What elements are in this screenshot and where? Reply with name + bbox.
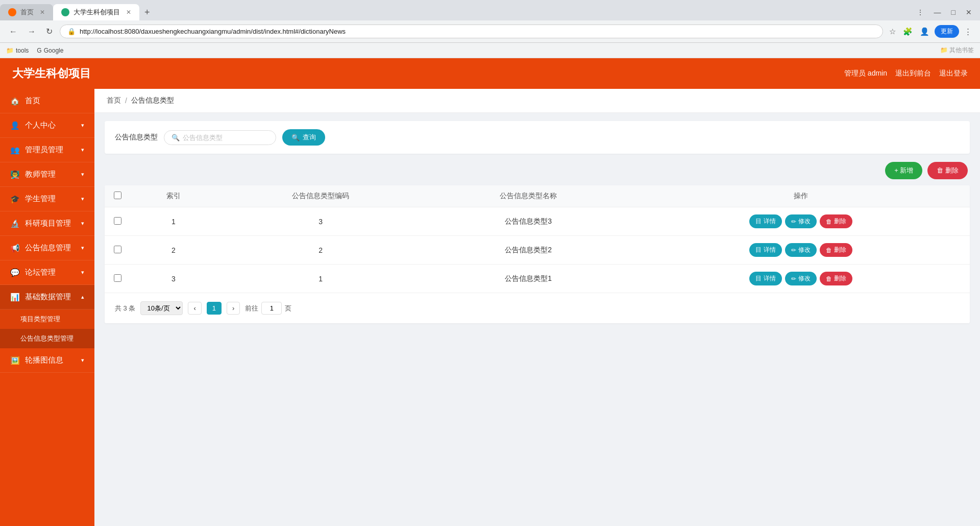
breadcrumb-home[interactable]: 首页 <box>107 96 121 105</box>
row-actions-cell: 目 详情 ✏ 修改 🗑 删除 <box>632 265 970 293</box>
sidebar-item-admin-manage[interactable]: 👥 管理员管理 ▾ <box>0 138 94 162</box>
prev-page-button[interactable]: ‹ <box>188 302 201 315</box>
admin-label: 管理员 admin <box>844 69 887 78</box>
edit-button[interactable]: ✏ 修改 <box>785 214 817 228</box>
sidebar-item-forum[interactable]: 💬 论坛管理 ▾ <box>0 260 94 285</box>
row-delete-button[interactable]: 🗑 删除 <box>820 214 852 228</box>
goto-page-input[interactable] <box>261 302 282 315</box>
tab-label-2: 大学生科创项目 <box>74 8 120 17</box>
th-checkbox <box>105 185 130 207</box>
search-btn-icon: 🔍 <box>291 134 300 141</box>
sidebar-item-personal[interactable]: 👤 个人中心 ▾ <box>0 113 94 138</box>
select-all-checkbox[interactable] <box>114 192 121 199</box>
tab-label-1: 首页 <box>20 8 34 17</box>
row-checkbox-cell <box>105 265 130 293</box>
row-actions-cell: 目 详情 ✏ 修改 🗑 删除 <box>632 236 970 265</box>
tab-menu-button[interactable]: ⋮ <box>913 6 928 18</box>
tab-close-1[interactable]: ✕ <box>40 9 45 16</box>
edit-icon: ✏ <box>791 247 796 254</box>
tab-close-2[interactable]: ✕ <box>126 9 131 16</box>
browser-tab-2[interactable]: 大学生科创项目 ✕ <box>53 4 139 20</box>
row-checkbox[interactable] <box>114 217 121 225</box>
row-code: 2 <box>217 236 425 265</box>
app-header: 大学生科创项目 管理员 admin 退出到前台 退出登录 <box>0 58 980 89</box>
th-name: 公告信息类型名称 <box>425 185 632 207</box>
student-icon: 🎓 <box>10 195 20 204</box>
row-code: 1 <box>217 265 425 293</box>
browser-tab-1[interactable]: 首页 ✕ <box>0 4 53 20</box>
add-button[interactable]: + 新增 <box>885 162 922 179</box>
delete-icon: 🗑 <box>826 218 832 225</box>
goto-label: 前往 <box>245 304 258 313</box>
bookmark-star-icon[interactable]: ☆ <box>887 25 898 38</box>
minimize-button[interactable]: — <box>930 6 945 18</box>
sidebar-item-student[interactable]: 🎓 学生管理 ▾ <box>0 187 94 211</box>
edit-icon: ✏ <box>791 218 796 225</box>
row-delete-button[interactable]: 🗑 删除 <box>820 272 852 285</box>
next-page-button[interactable]: › <box>227 302 240 315</box>
maximize-button[interactable]: □ <box>947 6 960 18</box>
row-delete-button[interactable]: 🗑 删除 <box>820 243 852 257</box>
row-index: 3 <box>130 265 217 293</box>
address-bar[interactable]: 🔒 http://localhost:8080/daxueshengkechua… <box>60 25 883 38</box>
sidebar-sub-item-project-type[interactable]: 项目类型管理 <box>0 309 94 329</box>
update-button[interactable]: 更新 <box>935 25 959 38</box>
logout-link[interactable]: 退出登录 <box>939 69 968 78</box>
search-button[interactable]: 🔍 查询 <box>282 129 325 146</box>
row-checkbox[interactable] <box>114 246 121 253</box>
table-row: 2 2 公告信息类型2 目 详情 ✏ 修改 🗑 删除 <box>105 236 970 265</box>
row-checkbox[interactable] <box>114 274 121 282</box>
detail-button[interactable]: 目 详情 <box>749 243 782 257</box>
chevron-up-icon: ▴ <box>81 294 84 300</box>
sidebar-item-announcement[interactable]: 📢 公告信息管理 ▾ <box>0 236 94 260</box>
bookmarks-right: 📁 其他书签 <box>940 46 974 55</box>
menu-icon[interactable]: ⋮ <box>962 25 974 38</box>
edit-button[interactable]: ✏ 修改 <box>785 272 817 285</box>
sidebar-item-basic-data[interactable]: 📊 基础数据管理 ▴ <box>0 285 94 309</box>
sidebar-item-carousel[interactable]: 🖼️ 轮播图信息 ▾ <box>0 348 94 373</box>
sidebar-item-teacher[interactable]: 👨‍🏫 教师管理 ▾ <box>0 162 94 187</box>
lock-icon: 🔒 <box>67 28 76 35</box>
chevron-down-icon-6: ▾ <box>81 245 84 251</box>
batch-delete-button[interactable]: 🗑 删除 <box>927 162 968 179</box>
back-button[interactable]: ← <box>6 25 20 38</box>
back-to-frontend-link[interactable]: 退出到前台 <box>895 69 931 78</box>
page-jump: 前往 页 <box>245 302 291 315</box>
announcement-icon: 📢 <box>10 244 20 253</box>
row-actions-cell: 目 详情 ✏ 修改 🗑 删除 <box>632 207 970 236</box>
edit-icon: ✏ <box>791 275 796 282</box>
sidebar-item-home[interactable]: 🏠 首页 <box>0 89 94 113</box>
bookmark-tools[interactable]: 📁 tools <box>6 47 29 54</box>
profile-icon[interactable]: 👤 <box>918 25 932 38</box>
forward-button[interactable]: → <box>24 25 39 38</box>
detail-button[interactable]: 目 详情 <box>749 214 782 228</box>
url-text: http://localhost:8080/daxueshengkechuang… <box>80 28 875 35</box>
chevron-down-icon-8: ▾ <box>81 357 84 364</box>
tools-icon: 📁 <box>6 47 14 54</box>
search-input[interactable] <box>183 134 268 141</box>
row-checkbox-cell <box>105 236 130 265</box>
other-bookmarks[interactable]: 📁 其他书签 <box>940 46 974 54</box>
th-actions: 操作 <box>632 185 970 207</box>
home-icon: 🏠 <box>10 97 20 106</box>
detail-icon: 目 <box>755 246 762 254</box>
search-btn-label: 查询 <box>303 133 316 142</box>
detail-button[interactable]: 目 详情 <box>749 272 782 285</box>
bookmark-google[interactable]: G Google <box>37 47 63 54</box>
chevron-down-icon-5: ▾ <box>81 220 84 227</box>
new-tab-button[interactable]: + <box>139 7 155 18</box>
breadcrumb-separator: / <box>125 97 127 105</box>
chevron-down-icon-2: ▾ <box>81 147 84 153</box>
page-1-button[interactable]: 1 <box>207 302 222 315</box>
sidebar-item-project[interactable]: 🔬 科研项目管理 ▾ <box>0 211 94 236</box>
edit-button[interactable]: ✏ 修改 <box>785 243 817 257</box>
detail-icon: 目 <box>755 217 762 226</box>
close-window-button[interactable]: ✕ <box>962 6 976 18</box>
extensions-icon[interactable]: 🧩 <box>901 25 915 38</box>
sidebar-sub-item-announcement-type[interactable]: 公告信息类型管理 <box>0 329 94 348</box>
page-size-select[interactable]: 10条/页 20条/页 50条/页 <box>140 301 183 315</box>
chevron-down-icon-3: ▾ <box>81 171 84 178</box>
row-index: 1 <box>130 207 217 236</box>
sidebar: 🏠 首页 👤 个人中心 ▾ 👥 管理员管理 ▾ 👨‍🏫 教师管理 ▾ 🎓 学生管… <box>0 89 94 526</box>
refresh-button[interactable]: ↻ <box>43 25 56 38</box>
